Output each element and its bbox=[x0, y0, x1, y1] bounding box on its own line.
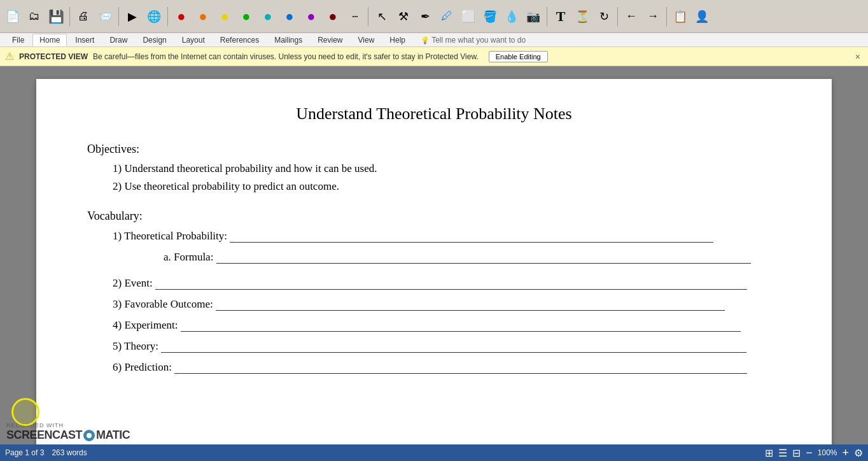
vocab-line-1 bbox=[230, 229, 713, 243]
send-icon[interactable]: 📨 bbox=[95, 6, 115, 27]
tab-tell-me[interactable]: 💡 Tell me what you want to do bbox=[414, 34, 533, 46]
vocab-num-3: 3) Favorable Outcome: bbox=[113, 298, 216, 310]
blue-circle-icon[interactable]: ● bbox=[279, 6, 300, 27]
vocab-line-2 bbox=[155, 276, 747, 290]
objective-item-2: 2) Use theoretical probability to predic… bbox=[113, 180, 781, 193]
zoom-in-icon[interactable]: + bbox=[842, 446, 849, 460]
page-info: Page 1 of 3 bbox=[5, 448, 44, 457]
vocab-item-6: 6) Prediction: bbox=[113, 360, 781, 374]
settings-icon[interactable]: ⚙ bbox=[854, 447, 863, 459]
protected-bar-close-button[interactable]: × bbox=[853, 52, 863, 62]
highlight-circle bbox=[11, 398, 39, 426]
tools-icon[interactable]: ⚒ bbox=[393, 6, 414, 27]
vocab-num-1: 1) Theoretical Probability: bbox=[113, 230, 230, 242]
screencast-brand: SCREENCAST MATIC bbox=[6, 429, 130, 442]
document-title: Understand Theoretical Probability Notes bbox=[87, 104, 781, 124]
protected-shield-icon: ⚠ bbox=[5, 50, 14, 62]
dots-icon[interactable]: ··· bbox=[344, 6, 365, 27]
forward-icon[interactable]: → bbox=[643, 6, 663, 27]
hourglass-icon[interactable]: ⏳ bbox=[572, 6, 592, 27]
formula-label: a. Formula: bbox=[164, 251, 216, 263]
toolbar: 📄 🗂 💾 🖨 📨 ▶ 🌐 ● ● ● ● ● ● ● ● ··· ↖ ⚒ ✒ … bbox=[0, 0, 868, 33]
vocab-item-2: 2) Event: bbox=[113, 276, 781, 290]
objective-item-1: 1) Understand theoretical probability an… bbox=[113, 162, 781, 175]
purple-circle-icon[interactable]: ● bbox=[301, 6, 321, 27]
pen-icon[interactable]: ✒ bbox=[415, 6, 435, 27]
tab-view[interactable]: View bbox=[351, 34, 382, 46]
eyedropper-icon[interactable]: 💧 bbox=[501, 6, 522, 27]
record-icon bbox=[83, 430, 95, 441]
camera2-icon[interactable]: 📷 bbox=[523, 6, 543, 27]
tab-layout[interactable]: Layout bbox=[175, 34, 212, 46]
vocab-line-5 bbox=[161, 339, 746, 353]
vocab-line-3 bbox=[216, 297, 725, 311]
vocab-num-5: 5) Theory: bbox=[113, 340, 161, 352]
protected-view-label: PROTECTED VIEW bbox=[19, 52, 88, 61]
fill-icon[interactable]: 🪣 bbox=[480, 6, 500, 27]
vocab-line-6 bbox=[174, 360, 747, 374]
screencast-label: SCREENCAST bbox=[6, 429, 82, 442]
vocab-item-1: 1) Theoretical Probability: bbox=[113, 229, 781, 243]
status-right-icons: ⊞ ☰ ⊟ − 100% + ⚙ bbox=[765, 446, 863, 460]
tab-draw[interactable]: Draw bbox=[102, 34, 134, 46]
sep4 bbox=[368, 7, 368, 26]
back-icon[interactable]: ← bbox=[621, 6, 641, 27]
vocab-item-5: 5) Theory: bbox=[113, 339, 781, 353]
highlighter-icon[interactable]: 🖊 bbox=[437, 6, 457, 27]
dark-circle-icon[interactable]: ● bbox=[323, 6, 343, 27]
word-count: 263 words bbox=[52, 448, 87, 457]
print-preview-icon[interactable]: 🖨 bbox=[73, 6, 94, 27]
sep7 bbox=[666, 7, 667, 26]
browser-icon[interactable]: 🌐 bbox=[144, 6, 164, 27]
vocab-line-4 bbox=[181, 318, 741, 332]
formula-line bbox=[216, 250, 751, 264]
tab-file[interactable]: File bbox=[5, 34, 31, 46]
refresh-icon[interactable]: ↻ bbox=[594, 6, 614, 27]
vocab-num-2: 2) Event: bbox=[113, 277, 155, 289]
vocab-num-6: 6) Prediction: bbox=[113, 361, 174, 373]
matic-label: MATIC bbox=[96, 429, 130, 442]
vocab-item-4: 4) Experiment: bbox=[113, 318, 781, 332]
tab-review[interactable]: Review bbox=[311, 34, 349, 46]
layout-icon-3[interactable]: ⊟ bbox=[792, 447, 801, 459]
yellow-circle-icon[interactable]: ● bbox=[214, 6, 235, 27]
open-icon[interactable]: 🗂 bbox=[24, 6, 45, 27]
document-page: Understand Theoretical Probability Notes… bbox=[36, 79, 832, 444]
protected-view-bar: ⚠ PROTECTED VIEW Be careful—files from t… bbox=[0, 47, 868, 66]
tab-home[interactable]: Home bbox=[32, 34, 67, 46]
enable-editing-button[interactable]: Enable Editing bbox=[489, 51, 548, 62]
vocab-num-4: 4) Experiment: bbox=[113, 319, 181, 331]
ribbon-nav: File Home Insert Draw Design Layout Refe… bbox=[0, 33, 868, 47]
tab-references[interactable]: References bbox=[213, 34, 266, 46]
tab-mailings[interactable]: Mailings bbox=[267, 34, 309, 46]
red-circle-icon[interactable]: ● bbox=[171, 6, 192, 27]
doc-layout-icon[interactable]: 📋 bbox=[670, 6, 690, 27]
tell-me-icon: 💡 bbox=[421, 36, 430, 44]
sep2 bbox=[118, 7, 119, 26]
eraser-icon[interactable]: ⬜ bbox=[458, 6, 479, 27]
zoom-level: 100% bbox=[818, 448, 837, 457]
objectives-heading: Objectives: bbox=[87, 143, 781, 156]
new-doc-icon[interactable]: 📄 bbox=[3, 6, 23, 27]
play-icon[interactable]: ▶ bbox=[122, 6, 143, 27]
green-circle-icon[interactable]: ● bbox=[236, 6, 256, 27]
sep6 bbox=[617, 7, 618, 26]
protected-view-message: Be careful—files from the Internet can c… bbox=[93, 52, 479, 61]
vocabulary-heading: Vocabulary: bbox=[87, 209, 781, 223]
status-bar: Page 1 of 3 263 words ⊞ ☰ ⊟ − 100% + ⚙ bbox=[0, 444, 868, 461]
sep1 bbox=[69, 7, 70, 26]
teal-circle-icon[interactable]: ● bbox=[258, 6, 278, 27]
layout-icon-2[interactable]: ☰ bbox=[778, 447, 787, 459]
user2-icon[interactable]: 👤 bbox=[692, 6, 712, 27]
text-tool-icon[interactable]: T bbox=[550, 6, 571, 27]
vocab-item-3: 3) Favorable Outcome: bbox=[113, 297, 781, 311]
cursor-icon[interactable]: ↖ bbox=[372, 6, 392, 27]
zoom-out-icon[interactable]: − bbox=[806, 446, 813, 460]
tab-insert[interactable]: Insert bbox=[68, 34, 101, 46]
save-icon[interactable]: 💾 bbox=[46, 6, 66, 27]
sep3 bbox=[167, 7, 168, 26]
layout-icon-1[interactable]: ⊞ bbox=[765, 447, 773, 459]
orange-circle-icon[interactable]: ● bbox=[193, 6, 213, 27]
tab-help[interactable]: Help bbox=[382, 34, 412, 46]
tab-design[interactable]: Design bbox=[136, 34, 173, 46]
